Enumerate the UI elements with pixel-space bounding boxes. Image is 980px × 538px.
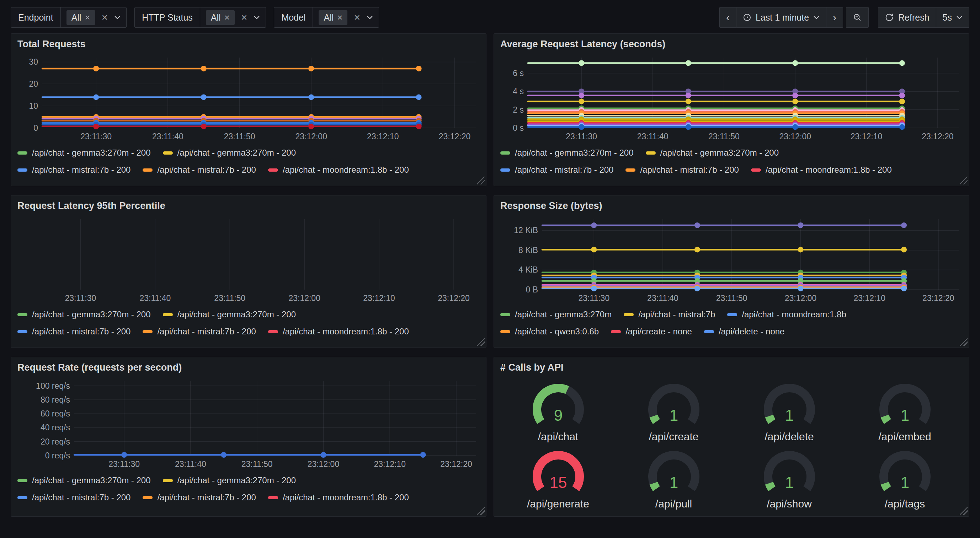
legend-item[interactable]: /api/chat - moondream:1.8b - 200 xyxy=(268,327,409,336)
clear-filter-icon[interactable]: × xyxy=(354,12,360,23)
chip-remove-icon[interactable]: × xyxy=(224,13,230,22)
time-forward-button[interactable]: › xyxy=(826,7,843,28)
legend-item[interactable]: /api/chat - mistral:7b - 200 xyxy=(143,165,256,175)
legend-label: /api/chat - mistral:7b - 200 xyxy=(515,165,613,175)
chart-canvas: 23:11:3023:11:4023:11:5023:12:0023:12:10… xyxy=(18,377,480,470)
legend-item[interactable]: /api/chat - mistral:7b xyxy=(624,309,715,319)
legend-label: /api/chat - gemma3:270m - 200 xyxy=(177,309,296,319)
legend-swatch xyxy=(751,168,761,171)
legend-label: /api/chat - moondream:1.8b - 200 xyxy=(283,165,409,175)
dashboard-grid: Total Requests 23:11:3023:11:4023:11:502… xyxy=(0,32,980,525)
gauge: 1/api/tags xyxy=(847,444,963,512)
chart-legend: /api/chat - gemma3:270m - 200/api/chat -… xyxy=(18,472,480,506)
clear-filter-icon[interactable]: × xyxy=(241,12,248,23)
filter-endpoint-value-chip[interactable]: All × xyxy=(67,10,95,25)
svg-text:100 req/s: 100 req/s xyxy=(36,381,70,390)
chevron-down-icon[interactable] xyxy=(367,15,373,19)
legend-item[interactable]: /api/chat - gemma3:270m - 200 xyxy=(18,148,151,158)
legend-item[interactable]: /api/chat - moondream:1.8b - 200 xyxy=(751,165,892,175)
legend-item[interactable]: /api/chat - moondream:1.8b - 200 xyxy=(268,165,409,175)
time-range-button[interactable]: Last 1 minute xyxy=(737,7,826,28)
resize-handle[interactable] xyxy=(960,177,967,184)
chart-canvas: 23:11:3023:11:4023:11:5023:12:0023:12:10… xyxy=(18,215,480,304)
chart-legend: /api/chat - gemma3:270m/api/chat - mistr… xyxy=(500,306,963,340)
chevron-down-icon[interactable] xyxy=(253,15,260,19)
legend-item[interactable]: /api/chat - moondream:1.8b - 200 xyxy=(268,492,409,503)
zoom-out-button[interactable] xyxy=(846,7,869,28)
legend-item[interactable]: /api/chat - gemma3:270m - 200 xyxy=(163,309,296,319)
timeseries-chart[interactable]: 23:11:3023:11:4023:11:5023:12:0023:12:10… xyxy=(18,377,480,470)
panel-total-requests: Total Requests 23:11:3023:11:4023:11:502… xyxy=(11,33,487,186)
legend-item[interactable]: /api/chat - mistral:7b - 200 xyxy=(625,165,738,175)
panel-title: Response Size (bytes) xyxy=(500,200,963,211)
filter-endpoint: Endpoint All × × xyxy=(11,7,127,28)
timeseries-chart[interactable]: 23:11:3023:11:4023:11:5023:12:0023:12:10… xyxy=(18,215,480,304)
legend-item[interactable]: /api/chat - qwen3:0.6b xyxy=(500,327,599,336)
legend-item[interactable]: /api/chat - moondream:1.8b xyxy=(727,309,846,319)
legend-item[interactable]: /api/create - none xyxy=(611,327,692,336)
legend-label: /api/chat - gemma3:270m xyxy=(515,309,612,319)
legend-item[interactable]: /api/chat - mistral:7b - 200 xyxy=(18,327,130,336)
svg-text:80 req/s: 80 req/s xyxy=(41,395,70,405)
resize-handle[interactable] xyxy=(960,338,967,346)
refresh-button[interactable]: Refresh xyxy=(878,7,936,28)
resize-handle[interactable] xyxy=(477,338,485,346)
legend-item[interactable]: /api/delete - none xyxy=(704,327,784,336)
refresh-label: Refresh xyxy=(898,13,929,23)
legend-item[interactable]: /api/chat - gemma3:270m - 200 xyxy=(163,476,296,486)
legend-label: /api/chat - mistral:7b - 200 xyxy=(32,165,130,175)
legend-item[interactable]: /api/chat - mistral:7b - 200 xyxy=(18,492,130,503)
gauge-value: 15 xyxy=(549,474,567,491)
refresh-interval-button[interactable]: 5s xyxy=(936,7,969,28)
gauge-arc: 15 xyxy=(517,445,599,498)
legend-item[interactable]: /api/chat - mistral:7b - 200 xyxy=(143,327,256,336)
chevron-down-icon[interactable] xyxy=(114,15,121,19)
legend-swatch xyxy=(500,151,510,155)
timeseries-chart[interactable]: 23:11:3023:11:4023:11:5023:12:0023:12:10… xyxy=(500,53,963,142)
resize-handle[interactable] xyxy=(477,177,485,184)
filter-bar: Endpoint All × × HTTP Status All × × xyxy=(11,7,379,28)
legend-item[interactable]: /api/chat - mistral:7b - 200 xyxy=(143,492,256,503)
legend-item[interactable]: /api/chat - gemma3:270m - 200 xyxy=(646,148,779,158)
timeseries-chart[interactable]: 23:11:3023:11:4023:11:5023:12:0023:12:10… xyxy=(18,53,480,142)
legend-label: /api/chat - mistral:7b - 200 xyxy=(640,165,738,175)
legend-row: /api/chat - gemma3:270m - 200/api/chat -… xyxy=(18,306,480,323)
chip-value: All xyxy=(211,13,221,23)
clear-filter-icon[interactable]: × xyxy=(102,12,108,23)
legend-swatch xyxy=(143,496,153,499)
legend-swatch xyxy=(18,496,27,499)
legend-label: /api/chat - gemma3:270m - 200 xyxy=(32,148,151,158)
svg-text:23:12:10: 23:12:10 xyxy=(374,459,406,469)
time-range-label: Last 1 minute xyxy=(756,13,809,23)
resize-handle[interactable] xyxy=(960,507,967,515)
chip-remove-icon[interactable]: × xyxy=(85,13,90,22)
gauge-arc: 1 xyxy=(749,378,830,432)
legend-item[interactable]: /api/chat - gemma3:270m xyxy=(500,309,612,319)
gauge-label: /api/show xyxy=(767,498,812,510)
gauge: 9/api/chat xyxy=(500,377,616,444)
legend-item[interactable]: /api/chat - gemma3:270m - 200 xyxy=(163,148,296,158)
svg-text:23:12:10: 23:12:10 xyxy=(853,294,885,303)
legend-item[interactable]: /api/chat - gemma3:270m - 200 xyxy=(18,309,151,319)
gauge-arc: 1 xyxy=(864,378,946,432)
panel-title: Average Request Latency (seconds) xyxy=(500,39,963,50)
time-back-button[interactable]: ‹ xyxy=(719,7,737,28)
gauge-value: 1 xyxy=(900,406,909,424)
filter-model-value-chip[interactable]: All × xyxy=(318,10,347,25)
svg-text:23:12:00: 23:12:00 xyxy=(779,132,811,141)
chip-remove-icon[interactable]: × xyxy=(337,13,342,22)
svg-text:23:11:50: 23:11:50 xyxy=(708,132,740,141)
resize-handle[interactable] xyxy=(477,507,485,515)
gauge-grid: 9/api/chat1/api/create1/api/delete1/api/… xyxy=(500,377,963,511)
gauge: 1/api/embed xyxy=(847,377,963,444)
timeseries-chart[interactable]: 23:11:3023:11:4023:11:5023:12:0023:12:10… xyxy=(500,215,963,304)
chip-value: All xyxy=(72,13,81,23)
filter-http-status-value-chip[interactable]: All × xyxy=(206,10,235,25)
legend-label: /api/chat - mistral:7b xyxy=(638,309,715,319)
legend-item[interactable]: /api/chat - gemma3:270m - 200 xyxy=(18,476,151,486)
legend-item[interactable]: /api/chat - mistral:7b - 200 xyxy=(18,165,130,175)
gauge: 1/api/pull xyxy=(616,444,732,512)
legend-item[interactable]: /api/chat - gemma3:270m - 200 xyxy=(500,148,634,158)
legend-swatch xyxy=(18,151,27,155)
legend-item[interactable]: /api/chat - mistral:7b - 200 xyxy=(500,165,613,175)
